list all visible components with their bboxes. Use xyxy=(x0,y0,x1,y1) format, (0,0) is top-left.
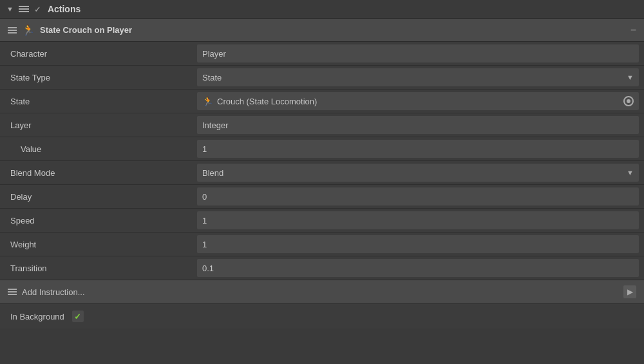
field-label-delay: Delay xyxy=(0,188,192,206)
table-row: State🏃Crouch (State Locomotion) xyxy=(0,90,644,113)
field-value-layer: Integer xyxy=(192,113,644,137)
field-value-value[interactable] xyxy=(192,137,644,160)
instruction-menu-icon xyxy=(8,289,17,295)
expand-icon[interactable]: ▼ xyxy=(6,5,14,13)
in-background-checkbox[interactable]: ✓ xyxy=(72,311,84,322)
field-readonly-layer: Integer xyxy=(197,116,639,134)
table-row: Blend ModeBlend▼ xyxy=(0,161,644,185)
actions-panel: 🏃 State Crouch on Player − CharacterPlay… xyxy=(0,19,644,329)
add-instruction-bar[interactable]: Add Instruction... ▶ xyxy=(0,280,644,304)
field-value-state-type[interactable]: State▼ xyxy=(192,66,644,89)
table-row: CharacterPlayer xyxy=(0,42,644,66)
table-row: LayerInteger xyxy=(0,113,644,137)
table-row: Weight xyxy=(0,233,644,256)
bottom-row: In Background ✓ xyxy=(0,304,644,329)
field-label-character: Character xyxy=(0,45,192,62)
table-row: Value xyxy=(0,137,644,161)
field-label-value: Value xyxy=(0,140,192,158)
add-instruction-arrow: ▶ xyxy=(623,285,636,298)
top-bar: ▼ ✓ Actions xyxy=(0,0,644,19)
table-row: Speed xyxy=(0,209,644,233)
state-field[interactable]: 🏃Crouch (State Locomotion) xyxy=(197,92,639,110)
field-input-speed[interactable] xyxy=(197,211,639,229)
field-value-blend-mode[interactable]: Blend▼ xyxy=(192,161,644,184)
field-input-value[interactable] xyxy=(197,140,639,158)
state-icon: 🏃 xyxy=(22,24,35,36)
field-input-weight[interactable] xyxy=(197,235,639,253)
field-readonly-character: Player xyxy=(197,44,639,62)
field-value-weight[interactable] xyxy=(192,233,644,256)
table-row: Delay xyxy=(0,185,644,209)
field-label-layer: Layer xyxy=(0,117,192,134)
state-locomotion-icon: 🏃 xyxy=(202,96,213,106)
checkbox-check-icon: ✓ xyxy=(74,312,81,321)
field-label-weight: Weight xyxy=(0,236,192,253)
panel-header: 🏃 State Crouch on Player − xyxy=(0,19,644,42)
field-value-transition[interactable] xyxy=(192,256,644,280)
menu-icon[interactable] xyxy=(19,6,29,12)
fields-container: CharacterPlayerState TypeState▼State🏃Cro… xyxy=(0,42,644,280)
in-background-label: In Background xyxy=(10,312,64,321)
field-input-transition[interactable] xyxy=(197,259,639,277)
collapse-button[interactable]: − xyxy=(630,25,636,35)
field-value-delay[interactable] xyxy=(192,185,644,208)
field-label-state-type: State Type xyxy=(0,69,192,86)
table-row: State TypeState▼ xyxy=(0,66,644,90)
field-label-speed: Speed xyxy=(0,212,192,229)
checkbox-icon[interactable]: ✓ xyxy=(34,5,41,14)
state-field-text: Crouch (State Locomotion) xyxy=(217,97,620,106)
table-row: Transition xyxy=(0,256,644,280)
panel-menu-icon[interactable] xyxy=(8,27,17,34)
field-select-blend-mode[interactable]: Blend xyxy=(197,164,639,182)
field-input-delay[interactable] xyxy=(197,187,639,206)
top-bar-title: Actions xyxy=(48,4,80,14)
field-value-state[interactable]: 🏃Crouch (State Locomotion) xyxy=(192,90,644,113)
field-select-state-type[interactable]: State xyxy=(197,68,639,86)
add-instruction-label: Add Instruction... xyxy=(22,287,618,297)
state-target-button[interactable] xyxy=(623,96,634,106)
field-label-state: State xyxy=(0,93,192,110)
field-label-transition: Transition xyxy=(0,260,192,277)
field-value-character: Player xyxy=(192,42,644,65)
field-value-speed[interactable] xyxy=(192,209,644,232)
panel-title: State Crouch on Player xyxy=(40,25,625,35)
field-label-blend-mode: Blend Mode xyxy=(0,164,192,182)
